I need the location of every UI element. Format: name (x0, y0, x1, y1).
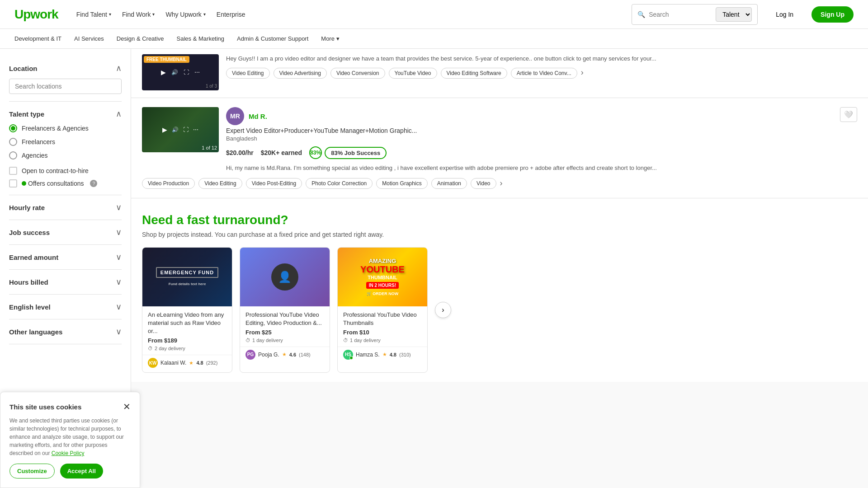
tag-video-conversion[interactable]: Video Conversion (330, 68, 385, 79)
tag-video-editing-software[interactable]: Video Editing Software (441, 68, 507, 79)
enterprise-nav[interactable]: Enterprise (217, 11, 245, 18)
tag-photo-color[interactable]: Photo Color Correction (306, 178, 373, 189)
cookie-close-button[interactable]: ✕ (123, 401, 131, 412)
more-icon[interactable]: ⋯ (193, 127, 198, 133)
find-talent-nav[interactable]: Find Talent ▾ (76, 11, 111, 18)
reviewer-name-1: Kalaani W. (160, 360, 186, 366)
clock-icon: ⏱ (245, 338, 250, 343)
english-level-filter[interactable]: English level ∨ (9, 295, 122, 319)
second-freelancer-card: 1 of 12 ▶ 🔊 ⛶ ⋯ MR M (131, 98, 868, 198)
earned-amount-chevron-icon: ∨ (116, 252, 122, 262)
reviewer-avatar-1: KW (148, 358, 158, 368)
tooltip-container: 83% 83% Job Success (309, 146, 387, 159)
freelancer-name[interactable]: Md R. (249, 113, 267, 120)
carousel-next-button[interactable]: › (435, 302, 451, 318)
project-delivery-1: ⏱ 2 day delivery (142, 346, 232, 355)
stars-icon: ★ (189, 360, 193, 366)
volume-icon[interactable]: 🔊 (172, 127, 179, 133)
freelancer-title: Expert Video Editor+Producer+YouTube Man… (226, 127, 417, 134)
tag-video[interactable]: Video (471, 178, 496, 189)
tag-youtube-video[interactable]: YouTube Video (389, 68, 437, 79)
tag-article-to-video[interactable]: Article to Video Conv... (511, 68, 577, 79)
save-button[interactable]: 🤍 (840, 107, 857, 122)
play-icon[interactable]: ▶ (161, 69, 166, 76)
fund-description: Fund details text here (169, 282, 206, 286)
talent-type-filter-title: Talent type (9, 110, 44, 118)
tags-more-icon[interactable]: › (581, 68, 584, 79)
search-type-select[interactable]: Talent (716, 7, 752, 22)
fullscreen-icon[interactable]: ⛶ (184, 69, 189, 75)
play-icon[interactable]: ▶ (162, 126, 167, 133)
earned-amount-title: Earned amount (9, 253, 58, 261)
name-title-col: Md R. (249, 113, 267, 120)
offers-consultations-checkbox[interactable]: Offers consultations ? (9, 179, 122, 188)
tag-video-editing[interactable]: Video Editing (198, 178, 242, 189)
card-tags-row: Video Production Video Editing Video Pos… (142, 178, 857, 189)
sub-nav-admin[interactable]: Admin & Customer Support (237, 35, 308, 42)
location-filter: Location ∧ (9, 56, 122, 102)
radio-icon (9, 138, 17, 146)
tag-video-editing[interactable]: Video Editing (226, 68, 270, 79)
talent-option-freelancers-agencies[interactable]: Freelancers & Agencies (9, 124, 122, 132)
img3-inner: AMAZING YOUTUBE THUMBNAIL IN 2 HOURS! 🛒 … (357, 248, 408, 306)
project-img-1: EMERGENCY FUND Fund details text here (142, 248, 232, 306)
tag-video-post-editing[interactable]: Video Post-Editing (246, 178, 302, 189)
cookie-policy-link[interactable]: Cookie Policy (52, 450, 85, 456)
tag-motion-graphics[interactable]: Motion Graphics (376, 178, 427, 189)
earned-amount-filter[interactable]: Earned amount ∨ (9, 245, 122, 270)
sub-nav-sales[interactable]: Sales & Marketing (177, 35, 225, 42)
location-filter-header[interactable]: Location ∧ (9, 63, 122, 73)
project-title-1: An eLearning Video from any material suc… (142, 306, 232, 338)
order-now: 🛒 ORDER NOW (367, 291, 399, 296)
sub-nav-dev[interactable]: Development & IT (14, 35, 61, 42)
radio-icon (9, 151, 17, 160)
login-button[interactable]: Log In (769, 7, 801, 22)
upwork-logo[interactable]: upwork (14, 7, 58, 22)
help-icon[interactable]: ? (90, 180, 97, 187)
why-upwork-nav[interactable]: Why Upwork ▾ (165, 11, 205, 18)
reviews-1: (292) (206, 360, 218, 366)
reviews-2: (148) (299, 352, 311, 357)
chevron-down-icon: ▾ (152, 12, 155, 17)
first-card-info: Hey Guys!! I am a pro video editor and d… (226, 54, 857, 90)
project-img-2: 👤 (240, 248, 330, 306)
project-price-3: From $10 (338, 329, 427, 338)
sub-nav-more[interactable]: More ▾ (321, 35, 339, 42)
hourly-rate-filter[interactable]: Hourly rate ∨ (9, 195, 122, 220)
main-content: FREE THUMBNAIL 1 of 3 ▶ 🔊 ⛶ ⋯ Hey Guys!!… (131, 49, 868, 488)
talent-option-agencies[interactable]: Agencies (9, 151, 122, 160)
other-languages-filter[interactable]: Other languages ∨ (9, 319, 122, 344)
contract-to-hire-checkbox[interactable]: Open to contract-to-hire (9, 167, 122, 175)
job-success-filter[interactable]: Job success ∨ (9, 220, 122, 245)
talent-option-freelancers[interactable]: Freelancers (9, 138, 122, 146)
cookie-accept-button[interactable]: Accept All (60, 464, 103, 479)
project-img-3: AMAZING YOUTUBE THUMBNAIL IN 2 HOURS! 🛒 … (338, 248, 427, 306)
reviewer-avatar-2: PG (245, 350, 255, 360)
talent-type-filter-header[interactable]: Talent type ∧ (9, 109, 122, 119)
signup-button[interactable]: Sign Up (811, 6, 854, 23)
sub-nav-ai[interactable]: AI Services (74, 35, 104, 42)
search-bar: 🔍 Talent (632, 4, 758, 25)
project-delivery-2: ⏱ 1 day delivery (240, 338, 330, 347)
checkbox-section: Open to contract-to-hire Offers consulta… (9, 167, 122, 188)
tag-video-production[interactable]: Video Production (142, 178, 195, 189)
stats-row: $20.00/hr $20K+ earned 83% 83% Job Succe… (226, 146, 857, 159)
tag-video-advertising[interactable]: Video Advertising (274, 68, 327, 79)
project-2-avatar: 👤 (271, 263, 298, 291)
rating-3: 4.8 (390, 352, 396, 357)
more-icon[interactable]: ⋯ (194, 69, 200, 75)
location-search-input[interactable] (9, 79, 122, 94)
search-input[interactable] (649, 11, 712, 18)
sub-nav-design[interactable]: Design & Creative (117, 35, 164, 42)
fullscreen-icon[interactable]: ⛶ (183, 127, 189, 133)
checkbox-icon (9, 167, 17, 175)
hours-billed-filter[interactable]: Hours billed ∨ (9, 270, 122, 295)
rating-1: 4.8 (196, 360, 203, 366)
project-title-2: Professional YouTube Video Editing, Vide… (240, 306, 330, 329)
tag-animation[interactable]: Animation (431, 178, 467, 189)
tags-more-icon[interactable]: › (500, 178, 503, 188)
find-work-nav[interactable]: Find Work ▾ (122, 11, 155, 18)
volume-icon[interactable]: 🔊 (171, 69, 178, 75)
cookie-customize-button[interactable]: Customize (9, 464, 55, 479)
cookie-banner: This site uses cookies ✕ We and selected… (0, 392, 140, 488)
